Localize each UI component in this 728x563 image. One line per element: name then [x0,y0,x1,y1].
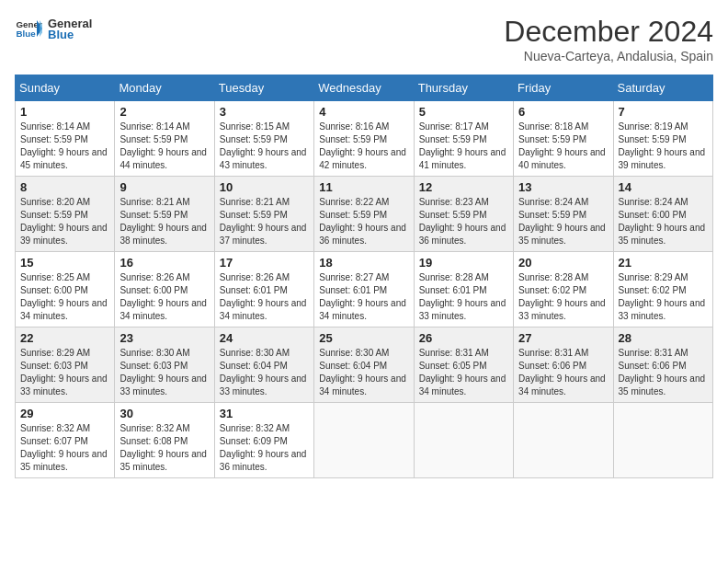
sunset-label: Sunset: 5:59 PM [20,134,88,144]
sunset-label: Sunset: 6:02 PM [619,285,687,295]
day-number: 17 [220,256,309,270]
daylight-label: Daylight: 9 hours and 36 minutes. [319,223,406,246]
calendar-week-row: 1 Sunrise: 8:14 AM Sunset: 5:59 PM Dayli… [16,101,713,177]
sunset-label: Sunset: 6:00 PM [119,285,188,295]
sunset-label: Sunset: 6:04 PM [319,361,387,371]
calendar-day-cell: 24 Sunrise: 8:30 AM Sunset: 6:04 PM Dayl… [214,327,313,403]
day-number: 15 [20,256,109,270]
daylight-label: Daylight: 9 hours and 33 minutes. [518,298,606,321]
day-info: Sunrise: 8:16 AM Sunset: 5:59 PM Dayligh… [319,121,408,172]
sunrise-label: Sunrise: 8:32 AM [220,423,290,433]
day-info: Sunrise: 8:26 AM Sunset: 6:00 PM Dayligh… [119,271,209,323]
calendar-day-cell: 3 Sunrise: 8:15 AM Sunset: 5:59 PM Dayli… [214,101,313,177]
day-number: 25 [319,331,408,345]
day-number: 24 [220,331,309,345]
day-number: 23 [119,331,209,345]
calendar-week-row: 29 Sunrise: 8:32 AM Sunset: 6:07 PM Dayl… [16,403,713,478]
calendar-day-cell: 20 Sunrise: 8:28 AM Sunset: 6:02 PM Dayl… [514,252,613,327]
calendar-header-row: SundayMondayTuesdayWednesdayThursdayFrid… [16,75,713,101]
day-number: 6 [518,105,608,119]
day-info: Sunrise: 8:30 AM Sunset: 6:03 PM Dayligh… [119,347,209,398]
daylight-label: Daylight: 9 hours and 39 minutes. [20,223,108,246]
day-info: Sunrise: 8:19 AM Sunset: 5:59 PM Dayligh… [619,121,708,172]
calendar-day-cell: 9 Sunrise: 8:21 AM Sunset: 5:59 PM Dayli… [115,177,214,252]
day-number: 11 [319,180,408,194]
daylight-label: Daylight: 9 hours and 38 minutes. [119,223,207,246]
calendar-day-cell: 15 Sunrise: 8:25 AM Sunset: 6:00 PM Dayl… [16,252,115,327]
sunset-label: Sunset: 6:00 PM [20,285,88,295]
sunrise-label: Sunrise: 8:29 AM [20,348,90,358]
day-info: Sunrise: 8:28 AM Sunset: 6:02 PM Dayligh… [518,271,608,323]
sunrise-label: Sunrise: 8:15 AM [220,121,290,132]
sunrise-label: Sunrise: 8:26 AM [220,272,290,282]
calendar-day-cell: 21 Sunrise: 8:29 AM Sunset: 6:02 PM Dayl… [613,252,712,327]
calendar-day-cell: 5 Sunrise: 8:17 AM Sunset: 5:59 PM Dayli… [414,101,513,177]
day-number: 22 [20,331,109,345]
day-info: Sunrise: 8:30 AM Sunset: 6:04 PM Dayligh… [319,347,408,398]
day-info: Sunrise: 8:18 AM Sunset: 5:59 PM Dayligh… [518,121,608,172]
daylight-label: Daylight: 9 hours and 36 minutes. [220,449,307,472]
daylight-label: Daylight: 9 hours and 45 minutes. [20,147,108,170]
daylight-label: Daylight: 9 hours and 40 minutes. [518,147,606,170]
daylight-label: Daylight: 9 hours and 36 minutes. [419,223,506,246]
sunset-label: Sunset: 6:06 PM [619,361,687,371]
day-info: Sunrise: 8:23 AM Sunset: 5:59 PM Dayligh… [419,196,508,247]
day-of-week-header: Monday [115,75,214,101]
day-info: Sunrise: 8:27 AM Sunset: 6:01 PM Dayligh… [319,271,408,323]
sunset-label: Sunset: 6:03 PM [20,361,88,371]
sunrise-label: Sunrise: 8:26 AM [119,272,189,282]
calendar-week-row: 22 Sunrise: 8:29 AM Sunset: 6:03 PM Dayl… [16,327,713,403]
calendar-day-cell: 28 Sunrise: 8:31 AM Sunset: 6:06 PM Dayl… [613,327,712,403]
sunset-label: Sunset: 5:59 PM [619,134,687,144]
calendar-day-cell: 18 Sunrise: 8:27 AM Sunset: 6:01 PM Dayl… [314,252,414,327]
calendar-day-cell: 13 Sunrise: 8:24 AM Sunset: 5:59 PM Dayl… [514,177,613,252]
sunset-label: Sunset: 5:59 PM [319,134,387,144]
sunset-label: Sunset: 6:00 PM [619,210,687,220]
sunrise-label: Sunrise: 8:16 AM [319,121,389,132]
day-number: 8 [20,180,109,194]
logo: General Blue General Blue [15,15,92,42]
calendar-day-cell: 6 Sunrise: 8:18 AM Sunset: 5:59 PM Dayli… [514,101,613,177]
calendar-day-cell: 26 Sunrise: 8:31 AM Sunset: 6:05 PM Dayl… [414,327,513,403]
daylight-label: Daylight: 9 hours and 33 minutes. [619,298,706,321]
day-info: Sunrise: 8:31 AM Sunset: 6:05 PM Dayligh… [419,347,508,398]
sunset-label: Sunset: 5:59 PM [119,134,188,144]
day-number: 9 [119,180,209,194]
day-number: 3 [220,105,309,119]
sunrise-label: Sunrise: 8:21 AM [220,197,290,207]
daylight-label: Daylight: 9 hours and 33 minutes. [419,298,506,321]
day-of-week-header: Saturday [613,75,712,101]
day-number: 31 [220,407,309,420]
sunset-label: Sunset: 6:04 PM [220,361,288,371]
sunrise-label: Sunrise: 8:18 AM [518,121,588,132]
day-info: Sunrise: 8:14 AM Sunset: 5:59 PM Dayligh… [20,121,109,172]
daylight-label: Daylight: 9 hours and 34 minutes. [319,298,406,321]
daylight-label: Daylight: 9 hours and 42 minutes. [319,147,406,170]
calendar-day-cell: 27 Sunrise: 8:31 AM Sunset: 6:06 PM Dayl… [514,327,613,403]
calendar-day-cell: 30 Sunrise: 8:32 AM Sunset: 6:08 PM Dayl… [115,403,214,478]
sunrise-label: Sunrise: 8:23 AM [419,197,489,207]
sunset-label: Sunset: 5:59 PM [518,210,586,220]
day-info: Sunrise: 8:28 AM Sunset: 6:01 PM Dayligh… [419,271,508,323]
sunrise-label: Sunrise: 8:31 AM [518,348,588,358]
sunrise-label: Sunrise: 8:19 AM [619,121,688,132]
day-info: Sunrise: 8:32 AM Sunset: 6:09 PM Dayligh… [220,422,309,474]
sunrise-label: Sunrise: 8:31 AM [419,348,489,358]
sunset-label: Sunset: 6:08 PM [119,436,188,446]
calendar-day-cell: 16 Sunrise: 8:26 AM Sunset: 6:00 PM Dayl… [115,252,214,327]
sunset-label: Sunset: 5:59 PM [419,210,487,220]
calendar-day-cell: 12 Sunrise: 8:23 AM Sunset: 5:59 PM Dayl… [414,177,513,252]
day-info: Sunrise: 8:32 AM Sunset: 6:07 PM Dayligh… [20,422,109,474]
sunset-label: Sunset: 6:02 PM [518,285,586,295]
calendar-day-cell [613,403,712,478]
day-number: 16 [119,256,209,270]
day-number: 30 [119,407,209,420]
daylight-label: Daylight: 9 hours and 35 minutes. [619,223,706,246]
day-number: 4 [319,105,408,119]
daylight-label: Daylight: 9 hours and 43 minutes. [220,147,307,170]
day-number: 29 [20,407,109,420]
title-area: December 2024 Nueva-Carteya, Andalusia, … [504,15,713,63]
sunrise-label: Sunrise: 8:27 AM [319,272,389,282]
sunrise-label: Sunrise: 8:29 AM [619,272,688,282]
calendar-day-cell: 22 Sunrise: 8:29 AM Sunset: 6:03 PM Dayl… [16,327,115,403]
